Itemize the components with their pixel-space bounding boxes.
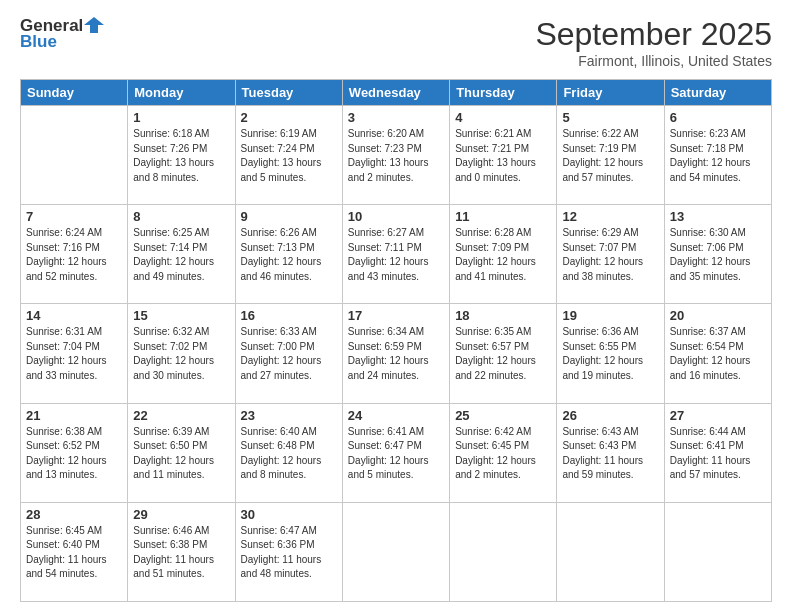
day-info: Sunrise: 6:28 AMSunset: 7:09 PMDaylight:… bbox=[455, 226, 551, 284]
day-info: Sunrise: 6:19 AMSunset: 7:24 PMDaylight:… bbox=[241, 127, 337, 185]
day-number: 14 bbox=[26, 308, 122, 323]
day-number: 5 bbox=[562, 110, 658, 125]
day-info: Sunrise: 6:29 AMSunset: 7:07 PMDaylight:… bbox=[562, 226, 658, 284]
day-number: 11 bbox=[455, 209, 551, 224]
calendar-cell: 6Sunrise: 6:23 AMSunset: 7:18 PMDaylight… bbox=[664, 106, 771, 205]
calendar-cell: 21Sunrise: 6:38 AMSunset: 6:52 PMDayligh… bbox=[21, 403, 128, 502]
day-number: 2 bbox=[241, 110, 337, 125]
day-number: 13 bbox=[670, 209, 766, 224]
day-info: Sunrise: 6:30 AMSunset: 7:06 PMDaylight:… bbox=[670, 226, 766, 284]
day-info: Sunrise: 6:46 AMSunset: 6:38 PMDaylight:… bbox=[133, 524, 229, 582]
calendar-cell: 14Sunrise: 6:31 AMSunset: 7:04 PMDayligh… bbox=[21, 304, 128, 403]
day-number: 26 bbox=[562, 408, 658, 423]
calendar-cell: 29Sunrise: 6:46 AMSunset: 6:38 PMDayligh… bbox=[128, 502, 235, 601]
logo-bird-icon bbox=[84, 17, 104, 33]
day-info: Sunrise: 6:42 AMSunset: 6:45 PMDaylight:… bbox=[455, 425, 551, 483]
day-header-saturday: Saturday bbox=[664, 80, 771, 106]
calendar-cell: 23Sunrise: 6:40 AMSunset: 6:48 PMDayligh… bbox=[235, 403, 342, 502]
calendar-cell: 4Sunrise: 6:21 AMSunset: 7:21 PMDaylight… bbox=[450, 106, 557, 205]
calendar-cell: 13Sunrise: 6:30 AMSunset: 7:06 PMDayligh… bbox=[664, 205, 771, 304]
calendar-cell: 5Sunrise: 6:22 AMSunset: 7:19 PMDaylight… bbox=[557, 106, 664, 205]
day-number: 16 bbox=[241, 308, 337, 323]
day-info: Sunrise: 6:32 AMSunset: 7:02 PMDaylight:… bbox=[133, 325, 229, 383]
day-number: 23 bbox=[241, 408, 337, 423]
month-title: September 2025 bbox=[535, 16, 772, 53]
logo-blue-text: Blue bbox=[20, 32, 57, 52]
day-info: Sunrise: 6:47 AMSunset: 6:36 PMDaylight:… bbox=[241, 524, 337, 582]
week-row-2: 14Sunrise: 6:31 AMSunset: 7:04 PMDayligh… bbox=[21, 304, 772, 403]
calendar-cell bbox=[450, 502, 557, 601]
day-number: 27 bbox=[670, 408, 766, 423]
calendar: SundayMondayTuesdayWednesdayThursdayFrid… bbox=[20, 79, 772, 602]
day-number: 29 bbox=[133, 507, 229, 522]
calendar-cell: 25Sunrise: 6:42 AMSunset: 6:45 PMDayligh… bbox=[450, 403, 557, 502]
day-number: 30 bbox=[241, 507, 337, 522]
day-number: 25 bbox=[455, 408, 551, 423]
logo: General Blue bbox=[20, 16, 104, 52]
day-info: Sunrise: 6:23 AMSunset: 7:18 PMDaylight:… bbox=[670, 127, 766, 185]
day-number: 6 bbox=[670, 110, 766, 125]
week-row-4: 28Sunrise: 6:45 AMSunset: 6:40 PMDayligh… bbox=[21, 502, 772, 601]
day-info: Sunrise: 6:24 AMSunset: 7:16 PMDaylight:… bbox=[26, 226, 122, 284]
week-row-0: 1Sunrise: 6:18 AMSunset: 7:26 PMDaylight… bbox=[21, 106, 772, 205]
day-number: 4 bbox=[455, 110, 551, 125]
day-header-tuesday: Tuesday bbox=[235, 80, 342, 106]
calendar-cell: 22Sunrise: 6:39 AMSunset: 6:50 PMDayligh… bbox=[128, 403, 235, 502]
day-info: Sunrise: 6:43 AMSunset: 6:43 PMDaylight:… bbox=[562, 425, 658, 483]
calendar-cell bbox=[342, 502, 449, 601]
day-number: 8 bbox=[133, 209, 229, 224]
calendar-cell: 27Sunrise: 6:44 AMSunset: 6:41 PMDayligh… bbox=[664, 403, 771, 502]
day-number: 12 bbox=[562, 209, 658, 224]
calendar-cell: 30Sunrise: 6:47 AMSunset: 6:36 PMDayligh… bbox=[235, 502, 342, 601]
calendar-cell: 8Sunrise: 6:25 AMSunset: 7:14 PMDaylight… bbox=[128, 205, 235, 304]
day-number: 15 bbox=[133, 308, 229, 323]
day-number: 28 bbox=[26, 507, 122, 522]
day-info: Sunrise: 6:26 AMSunset: 7:13 PMDaylight:… bbox=[241, 226, 337, 284]
day-info: Sunrise: 6:38 AMSunset: 6:52 PMDaylight:… bbox=[26, 425, 122, 483]
calendar-cell: 3Sunrise: 6:20 AMSunset: 7:23 PMDaylight… bbox=[342, 106, 449, 205]
day-info: Sunrise: 6:37 AMSunset: 6:54 PMDaylight:… bbox=[670, 325, 766, 383]
day-info: Sunrise: 6:45 AMSunset: 6:40 PMDaylight:… bbox=[26, 524, 122, 582]
title-area: September 2025 Fairmont, Illinois, Unite… bbox=[535, 16, 772, 69]
calendar-cell: 18Sunrise: 6:35 AMSunset: 6:57 PMDayligh… bbox=[450, 304, 557, 403]
day-number: 18 bbox=[455, 308, 551, 323]
calendar-cell: 26Sunrise: 6:43 AMSunset: 6:43 PMDayligh… bbox=[557, 403, 664, 502]
day-header-thursday: Thursday bbox=[450, 80, 557, 106]
calendar-cell: 28Sunrise: 6:45 AMSunset: 6:40 PMDayligh… bbox=[21, 502, 128, 601]
day-info: Sunrise: 6:44 AMSunset: 6:41 PMDaylight:… bbox=[670, 425, 766, 483]
day-number: 19 bbox=[562, 308, 658, 323]
header: General Blue September 2025 Fairmont, Il… bbox=[20, 16, 772, 69]
day-info: Sunrise: 6:34 AMSunset: 6:59 PMDaylight:… bbox=[348, 325, 444, 383]
calendar-cell: 17Sunrise: 6:34 AMSunset: 6:59 PMDayligh… bbox=[342, 304, 449, 403]
day-number: 21 bbox=[26, 408, 122, 423]
week-row-1: 7Sunrise: 6:24 AMSunset: 7:16 PMDaylight… bbox=[21, 205, 772, 304]
calendar-header-row: SundayMondayTuesdayWednesdayThursdayFrid… bbox=[21, 80, 772, 106]
day-number: 3 bbox=[348, 110, 444, 125]
calendar-cell: 16Sunrise: 6:33 AMSunset: 7:00 PMDayligh… bbox=[235, 304, 342, 403]
day-info: Sunrise: 6:31 AMSunset: 7:04 PMDaylight:… bbox=[26, 325, 122, 383]
calendar-cell: 1Sunrise: 6:18 AMSunset: 7:26 PMDaylight… bbox=[128, 106, 235, 205]
day-number: 17 bbox=[348, 308, 444, 323]
calendar-cell: 20Sunrise: 6:37 AMSunset: 6:54 PMDayligh… bbox=[664, 304, 771, 403]
day-info: Sunrise: 6:35 AMSunset: 6:57 PMDaylight:… bbox=[455, 325, 551, 383]
day-info: Sunrise: 6:18 AMSunset: 7:26 PMDaylight:… bbox=[133, 127, 229, 185]
day-info: Sunrise: 6:33 AMSunset: 7:00 PMDaylight:… bbox=[241, 325, 337, 383]
day-info: Sunrise: 6:21 AMSunset: 7:21 PMDaylight:… bbox=[455, 127, 551, 185]
calendar-cell: 7Sunrise: 6:24 AMSunset: 7:16 PMDaylight… bbox=[21, 205, 128, 304]
day-number: 7 bbox=[26, 209, 122, 224]
calendar-cell: 12Sunrise: 6:29 AMSunset: 7:07 PMDayligh… bbox=[557, 205, 664, 304]
calendar-cell bbox=[664, 502, 771, 601]
day-info: Sunrise: 6:22 AMSunset: 7:19 PMDaylight:… bbox=[562, 127, 658, 185]
day-info: Sunrise: 6:27 AMSunset: 7:11 PMDaylight:… bbox=[348, 226, 444, 284]
calendar-cell: 11Sunrise: 6:28 AMSunset: 7:09 PMDayligh… bbox=[450, 205, 557, 304]
day-number: 10 bbox=[348, 209, 444, 224]
day-header-sunday: Sunday bbox=[21, 80, 128, 106]
calendar-cell: 19Sunrise: 6:36 AMSunset: 6:55 PMDayligh… bbox=[557, 304, 664, 403]
day-number: 9 bbox=[241, 209, 337, 224]
day-info: Sunrise: 6:40 AMSunset: 6:48 PMDaylight:… bbox=[241, 425, 337, 483]
day-header-wednesday: Wednesday bbox=[342, 80, 449, 106]
day-info: Sunrise: 6:20 AMSunset: 7:23 PMDaylight:… bbox=[348, 127, 444, 185]
svg-marker-0 bbox=[84, 17, 104, 33]
day-number: 22 bbox=[133, 408, 229, 423]
calendar-cell: 24Sunrise: 6:41 AMSunset: 6:47 PMDayligh… bbox=[342, 403, 449, 502]
